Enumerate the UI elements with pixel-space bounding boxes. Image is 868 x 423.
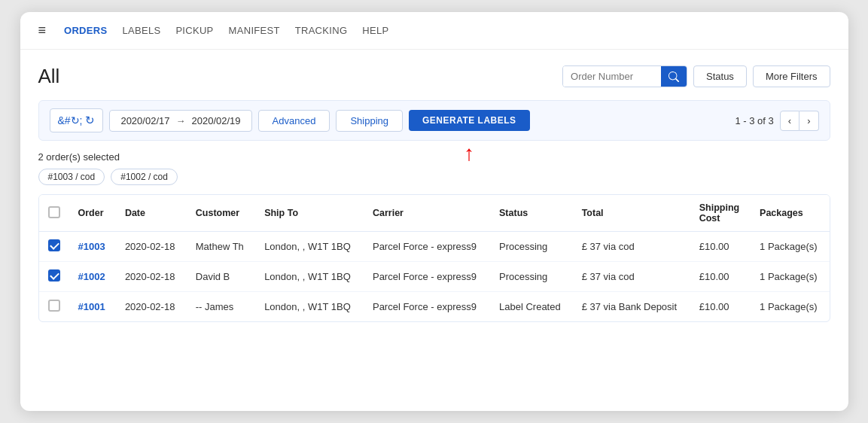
row-carrier: Parcel Force - express9 [364, 232, 490, 262]
orders-table: Order Date Customer Ship To Carrier Stat… [39, 195, 830, 321]
row-checkbox-cell [39, 232, 69, 262]
more-filters-button[interactable]: More Filters [753, 65, 830, 87]
status-filter-button[interactable]: Status [693, 65, 747, 87]
row-checkbox-0[interactable] [48, 239, 60, 251]
page-navigation: ‹ › [780, 111, 819, 131]
row-carrier: Parcel Force - express9 [364, 262, 490, 292]
date-to: 2020/02/19 [191, 115, 240, 126]
selected-count: 2 order(s) selected [38, 151, 830, 163]
selected-tag-1003[interactable]: #1003 / cod [38, 169, 105, 185]
refresh-button[interactable]: &#↻; ↻ [50, 108, 104, 132]
pagination-info: 1 - 3 of 3 [736, 115, 774, 126]
next-page-button[interactable]: › [799, 111, 818, 131]
generate-labels-wrapper: GENERATE LABELS ↑ [409, 110, 530, 131]
hamburger-icon[interactable]: ≡ [38, 23, 47, 38]
row-status: Label Created [490, 292, 573, 322]
top-nav: ≡ ORDERS LABELS PICKUP MANIFEST TRACKING… [20, 12, 848, 50]
row-shipping-cost: £10.00 [690, 262, 751, 292]
row-ship-to: London, , W1T 1BQ [255, 292, 364, 322]
nav-help[interactable]: HELP [362, 25, 388, 36]
th-status: Status [490, 195, 573, 232]
th-ship-to: Ship To [255, 195, 364, 232]
row-customer: David B [187, 262, 255, 292]
th-date: Date [116, 195, 187, 232]
row-packages: 1 Package(s) [751, 262, 829, 292]
row-customer: -- James [187, 292, 255, 322]
nav-labels[interactable]: LABELS [122, 25, 160, 36]
main-content: All Status More Filters &#↻; ↻ [20, 50, 848, 337]
row-checkbox-1[interactable] [48, 269, 60, 281]
row-packages: 1 Package(s) [751, 232, 829, 262]
table-row: #10032020-02-18Mathew ThLondon, , W1T 1B… [39, 232, 830, 262]
toolbar-row: &#↻; ↻ 2020/02/17 → 2020/02/19 Advanced … [38, 100, 830, 141]
date-arrow-icon: → [175, 115, 185, 126]
row-total: £ 37 via Bank Deposit [573, 292, 690, 322]
generate-labels-button[interactable]: GENERATE LABELS [409, 110, 530, 131]
row-checkbox-cell [39, 262, 69, 292]
th-total: Total [573, 195, 690, 232]
row-packages: 1 Package(s) [751, 292, 829, 322]
th-shipping-cost: ShippingCost [690, 195, 751, 232]
selected-tag-1002[interactable]: #1002 / cod [111, 169, 178, 185]
table-row: #10012020-02-18-- JamesLondon, , W1T 1BQ… [39, 292, 830, 322]
nav-tracking[interactable]: TRACKING [295, 25, 348, 36]
nav-pickup[interactable]: PICKUP [175, 25, 213, 36]
row-checkbox-cell [39, 292, 69, 322]
row-total: £ 37 via cod [573, 232, 690, 262]
th-customer: Customer [187, 195, 255, 232]
select-all-checkbox[interactable] [48, 206, 60, 218]
selected-info: 2 order(s) selected #1003 / cod #1002 / … [38, 151, 830, 185]
row-shipping-cost: £10.00 [690, 232, 751, 262]
row-customer: Mathew Th [187, 232, 255, 262]
order-number-filter [562, 65, 687, 87]
row-ship-to: London, , W1T 1BQ [255, 262, 364, 292]
row-carrier: Parcel Force - express9 [364, 292, 490, 322]
date-range-button[interactable]: 2020/02/17 → 2020/02/19 [109, 110, 251, 132]
row-date: 2020-02-18 [116, 262, 187, 292]
nav-links: ORDERS LABELS PICKUP MANIFEST TRACKING H… [64, 25, 388, 36]
order-search-button[interactable] [661, 66, 687, 87]
advanced-button[interactable]: Advanced [258, 110, 330, 132]
row-date: 2020-02-18 [116, 232, 187, 262]
row-checkbox-2[interactable] [48, 300, 60, 312]
search-icon [669, 72, 679, 82]
page-title: All [38, 65, 60, 88]
row-date: 2020-02-18 [116, 292, 187, 322]
th-packages: Packages [751, 195, 829, 232]
row-status: Processing [490, 262, 573, 292]
table-body: #10032020-02-18Mathew ThLondon, , W1T 1B… [39, 232, 830, 322]
row-order[interactable]: #1003 [69, 232, 116, 262]
row-status: Processing [490, 232, 573, 262]
row-order[interactable]: #1001 [69, 292, 116, 322]
app-container: ≡ ORDERS LABELS PICKUP MANIFEST TRACKING… [20, 12, 848, 411]
table-header-row: Order Date Customer Ship To Carrier Stat… [39, 195, 830, 232]
header-row: All Status More Filters [38, 65, 830, 88]
nav-orders[interactable]: ORDERS [64, 25, 107, 36]
selected-tags: #1003 / cod #1002 / cod [38, 169, 830, 185]
date-from: 2020/02/17 [120, 115, 169, 126]
row-order[interactable]: #1002 [69, 262, 116, 292]
row-ship-to: London, , W1T 1BQ [255, 232, 364, 262]
order-number-input[interactable] [563, 66, 661, 87]
th-checkbox [39, 195, 69, 232]
prev-page-button[interactable]: ‹ [780, 111, 799, 131]
row-shipping-cost: £10.00 [690, 292, 751, 322]
filter-group: Status More Filters [562, 65, 830, 87]
nav-manifest[interactable]: MANIFEST [229, 25, 280, 36]
shipping-button[interactable]: Shipping [336, 110, 403, 132]
orders-section: Order Date Customer Ship To Carrier Stat… [38, 194, 830, 322]
table-row: #10022020-02-18David BLondon, , W1T 1BQP… [39, 262, 830, 292]
th-carrier: Carrier [364, 195, 490, 232]
th-order: Order [69, 195, 116, 232]
row-total: £ 37 via cod [573, 262, 690, 292]
